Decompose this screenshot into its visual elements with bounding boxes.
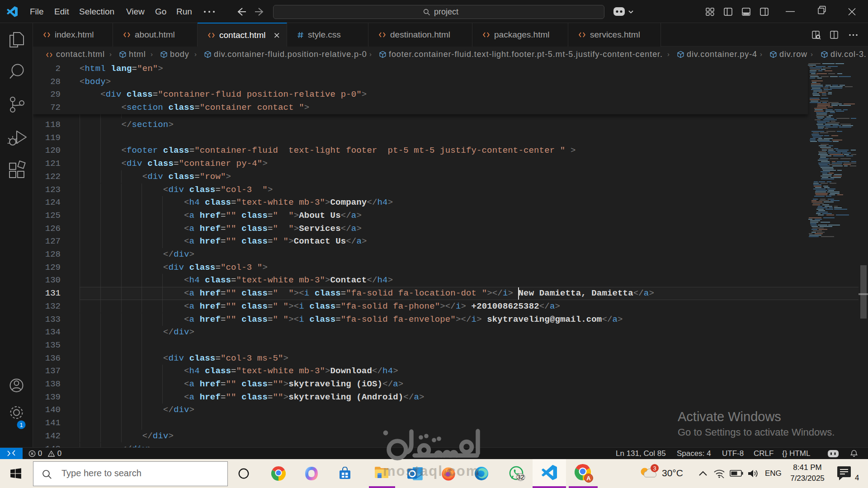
svg-text:4: 4 xyxy=(855,474,859,482)
svg-text:3: 3 xyxy=(653,465,656,472)
svg-text:32: 32 xyxy=(517,474,524,481)
